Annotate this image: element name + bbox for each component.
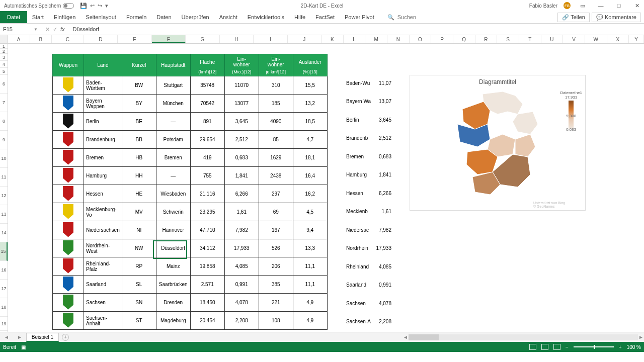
row-header-6[interactable]: 6 — [0, 75, 8, 94]
tab-view[interactable]: Ansicht — [214, 11, 243, 23]
cell-einwohner[interactable]: 0,683 — [224, 149, 259, 167]
cell-einwohner[interactable]: 1,61 — [224, 203, 259, 221]
cell-kuerzel[interactable]: NI — [122, 221, 156, 239]
cell-land[interactable]: Hamburg — [84, 167, 122, 185]
table-row[interactable]: Bayern Wappen BY München 70542 13077 185… — [53, 95, 328, 113]
cell-flaeche[interactable]: 20.454 — [190, 312, 224, 330]
cell-auslaender[interactable]: 11,1 — [293, 276, 327, 294]
table-row[interactable]: Berlin BE — 891 3,645 4090 18,5 — [53, 113, 328, 131]
cell-kuerzel[interactable]: ST — [122, 312, 156, 330]
cell-kuerzel[interactable]: SN — [122, 294, 156, 312]
col-header-P[interactable]: P — [431, 35, 453, 43]
cell-einwohner[interactable]: 0,991 — [224, 276, 259, 294]
cell-kuerzel[interactable]: RP — [122, 257, 156, 276]
cell-hauptstadt[interactable]: Düsseldorf — [156, 239, 190, 257]
side-row[interactable]: Hamburg1,841 — [346, 166, 391, 185]
col-header-F[interactable]: F — [152, 35, 186, 43]
undo-icon[interactable]: ↩ — [90, 3, 95, 9]
select-all-corner[interactable] — [0, 35, 8, 43]
cell-kuerzel[interactable]: MV — [122, 203, 156, 221]
cell-einwohner[interactable]: 4,085 — [224, 257, 259, 276]
fx-icon[interactable]: fx — [60, 26, 65, 33]
cell-hauptstadt[interactable]: München — [156, 95, 190, 113]
cell-kuerzel[interactable]: HH — [122, 167, 156, 185]
table-row[interactable]: Sachsen-Anhalt ST Magdeburg 20.454 2,208… — [53, 312, 328, 330]
cell-flaeche[interactable]: 419 — [190, 149, 224, 167]
cell-kuerzel[interactable]: HB — [122, 149, 156, 167]
add-sheet-button[interactable]: + — [62, 334, 69, 341]
cell-hauptstadt[interactable]: Hannover — [156, 221, 190, 239]
cell-hauptstadt[interactable]: Dresden — [156, 294, 190, 312]
cell-land[interactable]: Rheinland-Pfalz — [84, 257, 122, 276]
cell-auslaender[interactable]: 4,9 — [293, 312, 327, 330]
col-header-V[interactable]: V — [563, 35, 585, 43]
side-row[interactable]: Bayern Wa13,07 — [346, 93, 391, 111]
close-icon[interactable]: ✕ — [631, 3, 643, 9]
col-header-U[interactable]: U — [541, 35, 564, 43]
qat-more-icon[interactable]: ▾ — [105, 3, 108, 9]
side-row[interactable]: Mecklenb1,61 — [346, 203, 391, 221]
col-header-A[interactable]: A — [8, 35, 30, 43]
cell-flaeche[interactable]: 23.295 — [190, 203, 224, 221]
tab-pagelayout[interactable]: Seitenlayout — [80, 11, 121, 23]
cell-flaeche[interactable]: 18.450 — [190, 294, 224, 312]
table-row[interactable]: Bremen HB Bremen 419 0,683 1629 18,1 — [53, 149, 328, 167]
side-row[interactable]: Sachsen4,078 — [346, 294, 391, 313]
tab-review[interactable]: Überprüfen — [177, 11, 214, 23]
col-header-X[interactable]: X — [607, 35, 629, 43]
cell-auslaender[interactable]: 15,5 — [293, 76, 327, 95]
cell-einwohner-km2[interactable]: 69 — [259, 203, 293, 221]
cell-einwohner-km2[interactable]: 206 — [259, 257, 293, 276]
zoom-value[interactable]: 100 % — [627, 344, 641, 350]
cell-einwohner[interactable]: 3,645 — [224, 113, 259, 131]
avatar[interactable]: FB — [564, 2, 571, 9]
row-header-11[interactable]: 11 — [0, 168, 8, 187]
cell-hauptstadt[interactable]: Magdeburg — [156, 312, 190, 330]
cell-einwohner-km2[interactable]: 4090 — [259, 113, 293, 131]
cell-kuerzel[interactable]: BY — [122, 95, 156, 113]
cell-land[interactable]: Sachsen-Anhalt — [84, 312, 122, 330]
cell-einwohner-km2[interactable]: 526 — [259, 239, 293, 257]
cell-kuerzel[interactable]: HE — [122, 185, 156, 203]
cell-hauptstadt[interactable]: Wiesbaden — [156, 185, 190, 203]
tab-help[interactable]: Hilfe — [289, 11, 310, 23]
cell-flaeche[interactable]: 755 — [190, 167, 224, 185]
table-row[interactable]: Mecklenburg-Vo MV Schwerin 23.295 1,61 6… — [53, 203, 328, 221]
cell-hauptstadt[interactable]: — — [156, 167, 190, 185]
row-header-15[interactable]: 15 — [0, 242, 8, 261]
col-header-Q[interactable]: Q — [453, 35, 475, 43]
cell-einwohner[interactable]: 4,078 — [224, 294, 259, 312]
cell-hauptstadt[interactable]: Schwerin — [156, 203, 190, 221]
cell-hauptstadt[interactable]: Potsdam — [156, 131, 190, 149]
cell-kuerzel[interactable]: NW — [122, 239, 156, 257]
cell-hauptstadt[interactable]: Mainz — [156, 257, 190, 276]
cell-flaeche[interactable]: 35748 — [190, 76, 224, 95]
cell-kuerzel[interactable]: SL — [122, 276, 156, 294]
comments-button[interactable]: 💬 Kommentare — [592, 13, 641, 22]
cell-kuerzel[interactable]: BE — [122, 113, 156, 131]
cell-land[interactable]: Brandenburg — [84, 131, 122, 149]
cell-land[interactable]: Nordrhein-West — [84, 239, 122, 257]
row-header-3[interactable]: 3 — [0, 54, 8, 61]
sheet-area[interactable]: Wappen Land Kürzel Hauptstadt Fläche Ein… — [8, 44, 644, 332]
table-row[interactable]: Niedersachsen NI Hannover 47.710 7,982 1… — [53, 221, 328, 239]
cell-einwohner-km2[interactable]: 2438 — [259, 167, 293, 185]
cell-auslaender[interactable]: 9,4 — [293, 221, 327, 239]
cell-einwohner-km2[interactable]: 1629 — [259, 149, 293, 167]
col-header-T[interactable]: T — [519, 35, 541, 43]
side-row[interactable]: Berlin3,645 — [346, 111, 391, 129]
tab-devtools[interactable]: Entwicklertools — [243, 11, 289, 23]
cell-einwohner-km2[interactable]: 108 — [259, 312, 293, 330]
cell-land[interactable]: Berlin — [84, 113, 122, 131]
macro-record-icon[interactable]: ▣ — [21, 344, 26, 350]
cell-einwohner-km2[interactable]: 85 — [259, 131, 293, 149]
col-header-C[interactable]: C — [52, 35, 84, 43]
row-header-10[interactable]: 10 — [0, 149, 8, 168]
row-header-13[interactable]: 13 — [0, 205, 8, 224]
side-row[interactable]: Nordrhein17,933 — [346, 239, 391, 258]
cell-land[interactable]: Niedersachsen — [84, 221, 122, 239]
side-row[interactable]: Hessen6,266 — [346, 184, 391, 203]
cell-einwohner-km2[interactable]: 297 — [259, 185, 293, 203]
cell-auslaender[interactable]: 16,4 — [293, 167, 327, 185]
cell-flaeche[interactable]: 34.112 — [190, 239, 224, 257]
